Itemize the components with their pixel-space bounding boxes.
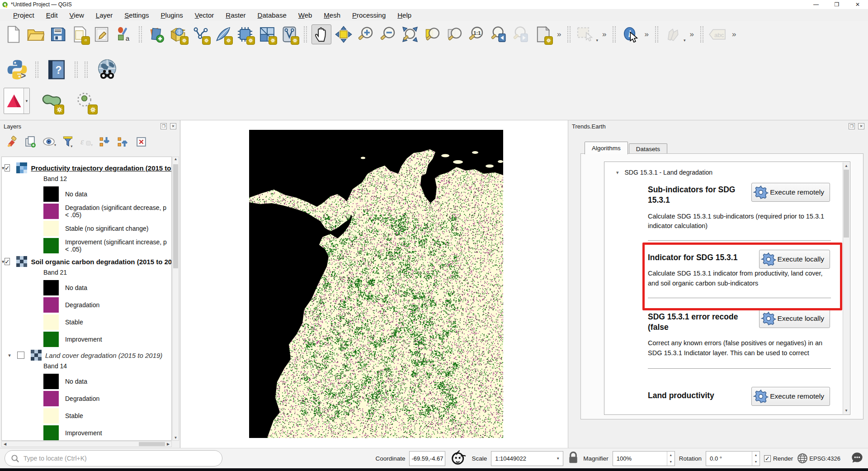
- collapse-arrow-icon[interactable]: ▾: [2, 352, 17, 358]
- menu-view[interactable]: View: [64, 11, 90, 19]
- toolbar-overflow-button[interactable]: »: [557, 30, 561, 39]
- trends-earth-plugin-button[interactable]: [92, 56, 122, 83]
- crs-globe-icon[interactable]: EPSG:4326: [797, 453, 840, 464]
- new-map-view-button[interactable]: [533, 24, 553, 44]
- combo-dropdown-icon[interactable]: ▾: [553, 452, 563, 466]
- layer-name[interactable]: Productivity trajectory degradation (201…: [31, 164, 172, 172]
- help-contents-button[interactable]: ?: [43, 56, 70, 83]
- expand-all-button[interactable]: [99, 136, 111, 150]
- menu-web[interactable]: Web: [292, 11, 318, 19]
- map-canvas-area[interactable]: [180, 120, 568, 448]
- manage-map-themes-button[interactable]: ▾: [42, 136, 56, 149]
- toolbar-grip[interactable]: [655, 26, 658, 43]
- buffer-area-tool-button[interactable]: [72, 88, 98, 114]
- scrollbar-thumb[interactable]: [139, 442, 165, 446]
- toolbar-grip[interactable]: [567, 26, 571, 43]
- minimize-button[interactable]: —: [806, 0, 826, 9]
- tab-datasets[interactable]: Datasets: [629, 143, 667, 154]
- toolbar-grip[interactable]: [75, 62, 78, 78]
- toolbar-grip[interactable]: [139, 26, 142, 43]
- trends-panel-close-icon[interactable]: ✕: [858, 123, 864, 129]
- filter-legend-button[interactable]: ▾: [62, 136, 74, 150]
- messages-icon[interactable]: [851, 452, 863, 466]
- layers-panel-close-icon[interactable]: ✕: [170, 123, 176, 129]
- editing-dropdown-icon[interactable]: ▾: [684, 38, 686, 44]
- map-raster-image[interactable]: [249, 130, 503, 438]
- menu-processing[interactable]: Processing: [346, 11, 392, 19]
- menu-mesh[interactable]: Mesh: [318, 11, 346, 19]
- toolbar-grip[interactable]: [304, 26, 307, 43]
- layer-item[interactable]: ▾ Land cover degradation (2015 to 2019): [2, 348, 171, 362]
- style-manager-button[interactable]: a: [114, 24, 134, 44]
- zoom-full-button[interactable]: [400, 24, 420, 44]
- toggle-editing-button[interactable]: [663, 24, 683, 44]
- render-checkbox[interactable]: ✓ Render: [764, 455, 793, 462]
- menu-edit[interactable]: Edit: [40, 11, 64, 19]
- layer-checkbox[interactable]: ✓: [5, 164, 10, 171]
- scrollbar-thumb[interactable]: [844, 170, 849, 238]
- save-project-button[interactable]: [48, 24, 68, 44]
- toolbar-overflow-button[interactable]: »: [732, 30, 736, 39]
- zoom-last-button[interactable]: [489, 24, 509, 44]
- menu-vector[interactable]: Vector: [189, 11, 220, 19]
- menu-plugins[interactable]: Plugins: [155, 11, 189, 19]
- layer-checkbox[interactable]: ✓: [5, 258, 10, 265]
- menu-help[interactable]: Help: [392, 11, 417, 19]
- add-group-button[interactable]: [24, 136, 37, 150]
- rotation-spinbox[interactable]: 0.0 ° ▲▼: [706, 451, 760, 466]
- menu-database[interactable]: Database: [252, 11, 292, 19]
- execute-remotely-button[interactable]: Execute remotely: [751, 387, 830, 406]
- zoom-in-button[interactable]: [356, 24, 376, 44]
- toolbar-overflow-button[interactable]: »: [689, 30, 693, 39]
- tab-algorithms[interactable]: Algorithms: [585, 142, 628, 154]
- layers-horizontal-scrollbar[interactable]: ◀ ▶: [1, 441, 172, 447]
- toolbar-overflow-button[interactable]: »: [602, 30, 606, 39]
- collapse-all-button[interactable]: [117, 136, 129, 150]
- layer-name[interactable]: Land cover degradation (2015 to 2019): [45, 352, 162, 359]
- execute-remotely-button[interactable]: Execute remotely: [751, 183, 830, 202]
- toggle-extents-icon[interactable]: [449, 449, 467, 468]
- algorithm-group-row[interactable]: ▾ SDG 15.3.1 - Land degradation: [604, 167, 843, 178]
- toolbar-overflow-button[interactable]: »: [644, 30, 648, 39]
- trends-earth-main-button[interactable]: ▾: [4, 88, 30, 114]
- add-mesh-layer-button[interactable]: [235, 24, 255, 44]
- toolbar-grip[interactable]: [700, 26, 703, 43]
- identify-features-button[interactable]: i: [620, 24, 640, 44]
- magnifier-spinbox[interactable]: 100% ▲▼: [613, 451, 675, 466]
- algorithms-scrollbar[interactable]: ▲ ▼: [843, 162, 849, 414]
- pan-map-button[interactable]: [311, 24, 331, 44]
- layers-panel-float-icon[interactable]: ❐: [160, 123, 167, 129]
- close-button[interactable]: ✕: [847, 0, 868, 9]
- new-print-layout-button[interactable]: [70, 24, 90, 44]
- calculate-indicator-polygon-button[interactable]: [39, 88, 64, 114]
- trends-panel-float-icon[interactable]: ❐: [849, 123, 855, 129]
- menu-layer[interactable]: Layer: [90, 11, 119, 19]
- zoom-native-button[interactable]: 1:1: [467, 24, 486, 44]
- scale-combobox[interactable]: 1:10449022 ▾: [491, 451, 563, 466]
- layers-vertical-scrollbar[interactable]: ▲ ▼: [172, 157, 179, 441]
- toolbar-grip[interactable]: [85, 62, 88, 78]
- layer-checkbox[interactable]: [17, 352, 24, 359]
- add-vector-layer-button[interactable]: [191, 24, 211, 44]
- coordinate-value[interactable]: -69.59,-4.67: [409, 451, 445, 466]
- show-layout-manager-button[interactable]: [92, 24, 112, 44]
- add-virtual-layer-button[interactable]: [279, 24, 299, 44]
- remove-layer-button[interactable]: [135, 136, 147, 150]
- add-grid-layer-button[interactable]: [257, 24, 277, 44]
- select-dropdown-icon[interactable]: ▾: [596, 38, 598, 44]
- pan-to-selection-button[interactable]: [334, 24, 354, 44]
- select-features-button[interactable]: [575, 24, 595, 44]
- zoom-to-selection-button[interactable]: [422, 24, 442, 44]
- feather-tool-button[interactable]: [213, 24, 233, 44]
- data-source-manager-button[interactable]: [146, 24, 166, 44]
- toolbar-grip[interactable]: [613, 26, 616, 43]
- open-layer-styling-button[interactable]: [6, 136, 19, 150]
- add-raster-layer-button[interactable]: [169, 24, 189, 44]
- lock-scale-icon[interactable]: [567, 451, 579, 466]
- crs-label[interactable]: EPSG:4326: [809, 455, 840, 462]
- menu-raster[interactable]: Raster: [220, 11, 251, 19]
- locator-search-input[interactable]: Type to locate (Ctrl+K): [5, 450, 222, 466]
- menu-project[interactable]: Project: [7, 11, 40, 19]
- zoom-next-button[interactable]: [511, 24, 531, 44]
- open-project-button[interactable]: [26, 24, 46, 44]
